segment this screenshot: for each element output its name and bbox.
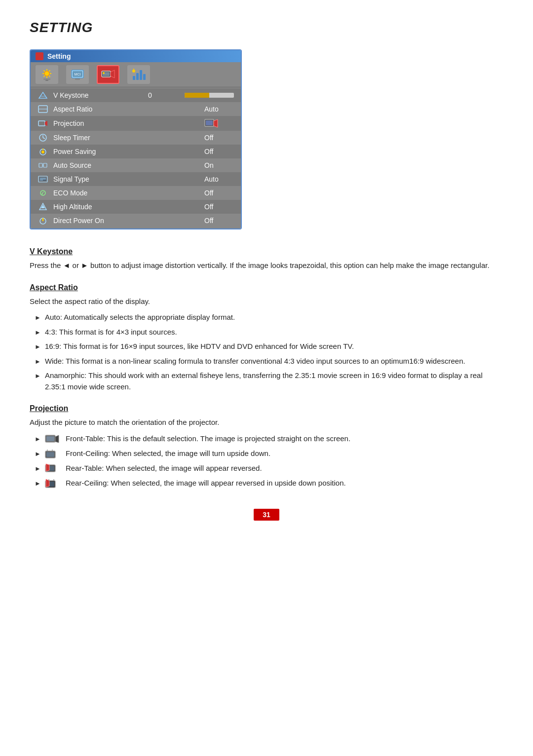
bullet-arrow: ► <box>35 464 41 474</box>
svg-point-0 <box>44 71 49 76</box>
menu-rows: V Keystone 0 Aspect Ratio Auto Projectio… <box>31 87 241 228</box>
menu-row-powersaving[interactable]: Power Saving Off <box>31 145 241 158</box>
directpoweron-label: Direct Power On <box>53 217 199 225</box>
reartable-icon <box>45 463 60 474</box>
vkeystone-slider <box>185 93 234 98</box>
sleeptimer-value: Off <box>204 134 234 142</box>
tab-display[interactable] <box>36 65 58 84</box>
bullet-text: Rear-Ceiling: When selected, the image w… <box>66 478 503 489</box>
menu-row-sleeptimer[interactable]: Sleep Timer Off <box>31 131 241 145</box>
menu-tabs: MCI <box>31 62 241 87</box>
powersaving-label: Power Saving <box>53 148 199 155</box>
svg-rect-19 <box>133 76 135 80</box>
bullet-text: 16:9: This format is for 16×9 input sour… <box>45 341 503 352</box>
titlebar-label: Setting <box>47 52 71 60</box>
svg-marker-33 <box>214 119 218 127</box>
svg-marker-62 <box>46 464 49 471</box>
bullet-arrow: ► <box>35 479 41 489</box>
bullet-arrow: ► <box>35 434 41 444</box>
svg-line-7 <box>49 71 50 72</box>
svg-marker-25 <box>39 92 47 98</box>
bullet-text: Wide: This format is a non-linear scalin… <box>45 356 503 367</box>
sleeptimer-icon <box>38 133 48 142</box>
page-title: SETTING <box>30 20 503 36</box>
menu-row-directpoweron[interactable]: Direct Power On Off <box>31 214 241 227</box>
menu-row-aspectratio[interactable]: Aspect Ratio Auto <box>31 102 241 116</box>
svg-marker-17 <box>111 70 114 78</box>
ecomode-icon <box>38 189 48 197</box>
section-aspectratio-title: Aspect Ratio <box>30 283 503 292</box>
svg-rect-41 <box>43 163 47 167</box>
svg-rect-57 <box>46 452 54 457</box>
menu-row-highaltitude[interactable]: High Altitude Off <box>31 200 241 214</box>
svg-point-48 <box>40 190 45 195</box>
bullet-arrow: ► <box>35 342 41 352</box>
vkeystone-value: 0 <box>148 91 178 99</box>
aspectratio-bullets: ► Auto: Automatically selects the approp… <box>30 312 503 392</box>
svg-point-18 <box>103 72 105 74</box>
bullet-text: Front-Table: This is the default selecti… <box>66 433 503 445</box>
bullet-item-frontceiling: ► Front-Ceiling: When selected, the imag… <box>35 448 503 459</box>
svg-point-23 <box>132 70 135 73</box>
svg-rect-32 <box>206 120 213 125</box>
bullet-item: ► Anamorphic: This should work with an e… <box>35 370 503 392</box>
section-projection-desc: Adjust the picture to match the orientat… <box>30 417 503 428</box>
bullet-arrow: ► <box>35 371 41 381</box>
aspectratio-label: Aspect Ratio <box>53 105 199 113</box>
vkeystone-label: V Keystone <box>53 91 143 99</box>
svg-rect-10 <box>45 80 48 81</box>
section-vkeystone: V Keystone Press the ◄ or ► button to ad… <box>30 247 503 271</box>
powersaving-icon <box>38 147 48 156</box>
section-vkeystone-title: V Keystone <box>30 247 503 256</box>
bullet-text: Rear-Table: When selected, the image wil… <box>66 463 503 474</box>
page-number: 31 <box>254 509 279 521</box>
bullet-text: Front-Ceiling: When selected, the image … <box>66 448 503 459</box>
bullet-text: 4:3: This format is for 4×3 input source… <box>45 327 503 338</box>
bullet-item-reartable: ► Rear-Table: When selected, the image w… <box>35 463 503 474</box>
vkeystone-icon <box>38 91 48 100</box>
frontceiling-icon <box>45 448 60 459</box>
directpoweron-value: Off <box>204 217 234 225</box>
svg-rect-14 <box>75 78 80 80</box>
tab-power[interactable] <box>127 65 150 84</box>
svg-line-5 <box>44 71 45 72</box>
bullet-item: ► Wide: This format is a non-linear scal… <box>35 356 503 367</box>
bullet-arrow: ► <box>35 328 41 338</box>
signaltype-icon <box>38 175 48 184</box>
svg-point-39 <box>41 151 44 153</box>
sleeptimer-label: Sleep Timer <box>53 134 199 142</box>
tab-source[interactable]: MCI <box>66 65 89 84</box>
bullet-arrow: ► <box>35 313 41 323</box>
svg-text:MCI: MCI <box>75 73 81 76</box>
menu-row-projection[interactable]: Projection <box>31 116 241 131</box>
section-vkeystone-desc: Press the ◄ or ► button to adjust image … <box>30 260 503 271</box>
bullet-item-fronttable: ► Front-Table: This is the default selec… <box>35 433 503 445</box>
menu-row-signaltype[interactable]: Signal Type Auto <box>31 172 241 186</box>
powersaving-value: Off <box>204 148 234 155</box>
highaltitude-icon <box>38 202 48 211</box>
autosource-icon <box>38 161 48 170</box>
titlebar-icon <box>36 52 43 60</box>
svg-rect-22 <box>143 74 146 80</box>
ecomode-label: ECO Mode <box>53 189 199 197</box>
aspectratio-value: Auto <box>204 105 234 113</box>
svg-rect-54 <box>46 436 54 441</box>
tab-projection[interactable] <box>97 65 119 84</box>
menu-row-autosource[interactable]: Auto Source On <box>31 158 241 172</box>
highaltitude-value: Off <box>204 203 234 211</box>
section-aspectratio: Aspect Ratio Select the aspect ratio of … <box>30 283 503 393</box>
menu-row-ecomode[interactable]: ECO Mode Off <box>31 186 241 200</box>
svg-rect-20 <box>136 73 139 80</box>
bullet-item: ► 16:9: This format is for 16×9 input so… <box>35 341 503 352</box>
aspectratio-icon <box>38 105 48 113</box>
svg-marker-55 <box>55 435 59 443</box>
svg-rect-21 <box>140 70 142 80</box>
menu-row-vkeystone[interactable]: V Keystone 0 <box>31 88 241 102</box>
autosource-label: Auto Source <box>53 161 199 169</box>
section-aspectratio-desc: Select the aspect ratio of the display. <box>30 296 503 307</box>
section-projection-title: Projection <box>30 404 503 413</box>
bullet-arrow: ► <box>35 449 41 459</box>
ecomode-value: Off <box>204 189 234 197</box>
svg-rect-40 <box>39 163 42 167</box>
projection-label: Projection <box>53 119 199 127</box>
